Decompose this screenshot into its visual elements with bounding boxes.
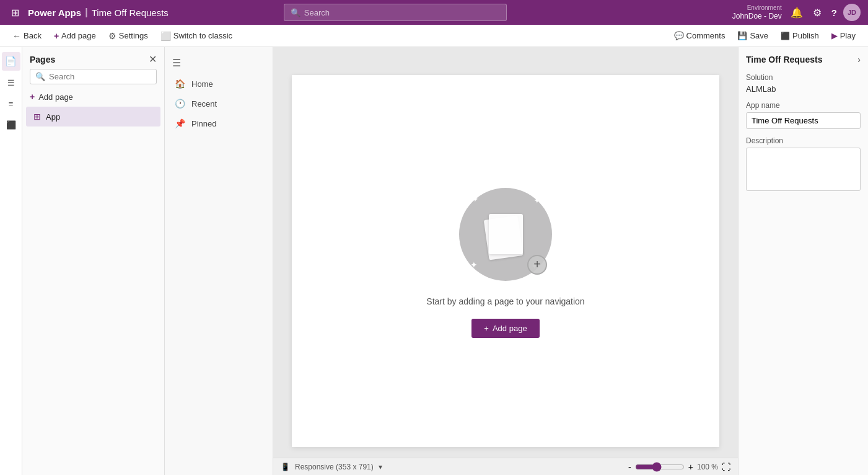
- nav-item-recent[interactable]: 🕐 Recent: [165, 94, 273, 113]
- brand-name: Power Apps: [28, 7, 81, 18]
- responsive-icon: 📱: [281, 463, 290, 471]
- pages-search-input[interactable]: [49, 72, 151, 81]
- sparkle-icon-1: ✦: [471, 194, 479, 204]
- brand-logo: Power Apps | Time Off Requests: [28, 7, 169, 18]
- canvas-illustration: ✦ ✦ ✦ ✦ +: [456, 185, 555, 284]
- save-icon: 💾: [737, 31, 747, 40]
- props-panel: Time Off Requests › Solution ALMLab App …: [738, 47, 868, 475]
- zoom-value: 100 %: [697, 463, 718, 471]
- nav-item-home[interactable]: 🏠 Home: [165, 74, 273, 94]
- play-icon: ▶: [831, 31, 838, 40]
- page-item-app[interactable]: ⊞ App •••: [26, 107, 160, 127]
- comments-label: Comments: [686, 31, 726, 40]
- icon-sidebar: 📄 ☰ ≡ ⬛: [0, 47, 22, 475]
- back-label: Back: [24, 31, 42, 40]
- recent-icon: 🕐: [175, 99, 185, 109]
- props-header: Time Off Requests ›: [746, 55, 861, 64]
- props-chevron-button[interactable]: ›: [857, 55, 861, 64]
- description-textarea[interactable]: [746, 148, 861, 191]
- add-page-row-label: Add page: [38, 92, 73, 102]
- settings-icon: ⚙: [108, 31, 116, 41]
- toolbar: ← Back + Add page ⚙ Settings ⬜ Switch to…: [0, 25, 868, 47]
- pages-list: ⊞ App •••: [22, 107, 164, 475]
- canvas-plus-icon: +: [484, 324, 489, 333]
- help-button[interactable]: ?: [828, 5, 841, 20]
- nav-item-pinned[interactable]: 📌 Pinned: [165, 113, 273, 133]
- topbar: ⊞ Power Apps | Time Off Requests 🔍 Envir…: [0, 0, 868, 25]
- switch-icon: ⬜: [160, 31, 171, 41]
- back-button[interactable]: ← Back: [7, 29, 46, 43]
- zoom-in-button[interactable]: +: [688, 462, 693, 472]
- zoom-out-icon: -: [628, 462, 631, 472]
- notifications-button[interactable]: 🔔: [787, 4, 807, 21]
- toolbar-right: 💬 Comments 💾 Save ⬛ Publish ▶ Play: [669, 29, 861, 43]
- page-card-2: [489, 214, 523, 254]
- environment-info: Environment JohnDoe - Dev: [732, 4, 782, 20]
- play-label: Play: [840, 31, 856, 40]
- settings-toolbar-button[interactable]: ⚙ Settings: [103, 29, 153, 43]
- nav-icon: ☰: [7, 78, 15, 87]
- add-page-plus-icon: +: [30, 92, 35, 102]
- topbar-search-box[interactable]: 🔍: [284, 4, 507, 21]
- nav-preview-panel: ☰ 🏠 Home 🕐 Recent 📌 Pinned: [165, 47, 273, 475]
- pages-icon: 📄: [5, 56, 17, 67]
- gear-icon: ⚙: [813, 7, 822, 19]
- solution-value: ALMLab: [746, 84, 861, 94]
- comments-icon: 💬: [674, 31, 684, 40]
- fit-page-button[interactable]: ⛶: [722, 462, 730, 472]
- publish-button[interactable]: ⬛ Publish: [776, 29, 824, 43]
- brand-separator: |: [85, 7, 87, 18]
- zoom-out-button[interactable]: -: [628, 462, 631, 472]
- save-button[interactable]: 💾 Save: [732, 29, 773, 43]
- env-name: JohnDoe - Dev: [732, 12, 782, 20]
- sparkle-icon-3: ✦: [470, 260, 478, 270]
- back-arrow-icon: ←: [12, 31, 21, 41]
- search-icon: 🔍: [291, 8, 300, 17]
- solution-field: Solution ALMLab: [746, 73, 861, 94]
- pages-search-icon: 🔍: [35, 72, 45, 81]
- list-icon-button[interactable]: ≡: [2, 94, 20, 113]
- page-item-icon: ⊞: [33, 112, 41, 122]
- main-layout: 📄 ☰ ≡ ⬛ Pages ✕ 🔍 + Add page ⊞ App: [0, 47, 868, 475]
- component-icon-button[interactable]: ⬛: [2, 115, 20, 134]
- canvas-empty-text: Start by adding a page to your navigatio…: [426, 296, 584, 306]
- avatar-text: JD: [848, 9, 856, 16]
- canvas-add-icon: +: [527, 255, 547, 275]
- page-item-label: App: [46, 112, 134, 122]
- avatar[interactable]: JD: [843, 4, 861, 21]
- sparkle-icon-2: ✦: [533, 195, 541, 205]
- help-icon: ?: [831, 7, 837, 18]
- pages-icon-button[interactable]: 📄: [2, 52, 20, 71]
- nav-icon-button[interactable]: ☰: [2, 73, 20, 92]
- save-label: Save: [750, 31, 768, 40]
- add-page-row[interactable]: + Add page: [22, 89, 164, 107]
- pages-search-box[interactable]: 🔍: [30, 69, 157, 84]
- home-icon: 🏠: [175, 79, 185, 89]
- comments-button[interactable]: 💬 Comments: [669, 29, 730, 43]
- topbar-right: Environment JohnDoe - Dev 🔔 ⚙ ? JD: [732, 4, 861, 21]
- add-page-button[interactable]: + Add page: [49, 29, 101, 43]
- grid-icon-button[interactable]: ⊞: [7, 4, 23, 21]
- zoom-in-icon: +: [688, 462, 693, 472]
- app-name-input[interactable]: [746, 112, 861, 129]
- switch-classic-button[interactable]: ⬜ Switch to classic: [156, 29, 237, 43]
- hamburger-icon[interactable]: ☰: [165, 52, 273, 74]
- topbar-search-input[interactable]: [304, 8, 500, 17]
- pages-close-button[interactable]: ✕: [149, 53, 157, 65]
- play-button[interactable]: ▶ Play: [826, 29, 861, 43]
- pages-header: Pages ✕: [22, 47, 164, 69]
- canvas-add-page-button[interactable]: + Add page: [471, 319, 539, 338]
- nav-item-home-label: Home: [191, 79, 213, 89]
- canvas-add-page-label: Add page: [493, 324, 527, 333]
- pages-panel: Pages ✕ 🔍 + Add page ⊞ App •••: [22, 47, 165, 475]
- solution-label: Solution: [746, 73, 861, 82]
- canvas-circle: ✦ ✦ ✦ ✦ +: [459, 188, 552, 281]
- zoom-slider[interactable]: [635, 462, 685, 472]
- pages-title: Pages: [30, 55, 55, 64]
- add-page-label: Add page: [61, 31, 96, 40]
- zoom-control: - + 100 % ⛶: [628, 462, 730, 472]
- description-label: Description: [746, 136, 861, 145]
- bell-icon: 🔔: [791, 7, 803, 19]
- settings-button[interactable]: ⚙: [809, 4, 825, 21]
- publish-icon: ⬛: [781, 32, 790, 40]
